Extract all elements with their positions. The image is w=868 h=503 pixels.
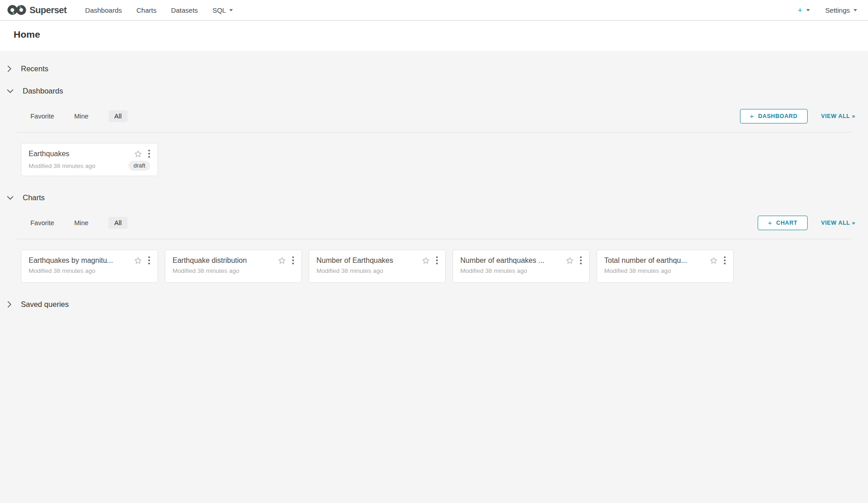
card-title[interactable]: Total number of earthqu... <box>604 256 705 265</box>
charts-tabbar: Favorite Mine All + CHART VIEW ALL » <box>30 216 855 230</box>
chart-card[interactable]: Earthquakes by magnitu... Modified 38 mi… <box>21 250 158 283</box>
chevron-down-icon <box>7 89 14 94</box>
card-modified-text: Modified 38 minutes ago <box>460 267 582 274</box>
saved-queries-section-header[interactable]: Saved queries <box>0 300 868 309</box>
card-title[interactable]: Earthquake distribution <box>173 256 273 265</box>
chevron-right-icon <box>7 65 12 72</box>
new-item-dropdown[interactable]: + <box>798 6 810 15</box>
tab-all[interactable]: All <box>108 217 128 229</box>
card-title[interactable]: Number of earthquakes ... <box>460 256 561 265</box>
kebab-menu-icon[interactable] <box>580 256 582 265</box>
brand-name: Superset <box>30 5 67 15</box>
nav-item-charts[interactable]: Charts <box>129 0 163 20</box>
charts-view-all-link[interactable]: VIEW ALL » <box>821 220 855 226</box>
recents-section-header[interactable]: Recents <box>0 64 868 73</box>
card-title[interactable]: Number of Earthquakes <box>316 256 417 265</box>
favorite-star-icon[interactable] <box>278 256 286 265</box>
page-header: Home <box>0 21 868 51</box>
dashboards-tabbar: Favorite Mine All + DASHBOARD VIEW ALL » <box>30 109 855 123</box>
tab-all[interactable]: All <box>108 110 128 122</box>
superset-logo[interactable]: Superset <box>7 4 67 16</box>
card-title[interactable]: Earthquakes <box>29 150 129 158</box>
section-label: Charts <box>23 193 45 202</box>
plus-icon: + <box>768 219 772 226</box>
caret-down-icon <box>853 9 857 11</box>
tab-favorite[interactable]: Favorite <box>30 217 54 229</box>
section-label: Recents <box>21 64 49 73</box>
card-title[interactable]: Earthquakes by magnitu... <box>29 256 129 265</box>
chart-card[interactable]: Number of earthquakes ... Modified 38 mi… <box>453 250 590 283</box>
plus-icon: + <box>798 6 803 15</box>
nav-item-sql[interactable]: SQL <box>205 0 240 20</box>
top-navbar: Superset Dashboards Charts Datasets SQL … <box>0 0 868 21</box>
chart-card[interactable]: Total number of earthqu... Modified 38 m… <box>597 250 734 283</box>
card-modified-text: Modified 38 minutes ago <box>604 267 726 274</box>
favorite-star-icon[interactable] <box>134 150 142 158</box>
dashboards-view-all-link[interactable]: VIEW ALL » <box>821 113 855 119</box>
divider <box>17 239 851 239</box>
home-content: Recents Dashboards Favorite Mine All + D… <box>0 64 868 327</box>
favorite-star-icon[interactable] <box>422 256 430 265</box>
superset-infinity-icon <box>7 4 27 16</box>
chevron-down-icon <box>7 195 14 200</box>
section-label: Dashboards <box>23 87 63 95</box>
chart-card[interactable]: Earthquake distribution Modified 38 minu… <box>165 250 302 283</box>
kebab-menu-icon[interactable] <box>148 256 150 265</box>
charts-tabs: Favorite Mine All <box>30 217 128 229</box>
dashboards-tabs: Favorite Mine All <box>30 110 128 122</box>
caret-down-icon <box>806 9 810 11</box>
page-title: Home <box>14 29 854 40</box>
plus-icon: + <box>750 113 754 119</box>
nav-item-datasets[interactable]: Datasets <box>164 0 205 20</box>
section-label: Saved queries <box>21 300 69 309</box>
dashboards-section-header[interactable]: Dashboards <box>0 87 868 95</box>
kebab-menu-icon[interactable] <box>292 256 294 265</box>
charts-actions: + CHART VIEW ALL » <box>758 216 855 230</box>
tab-mine[interactable]: Mine <box>74 217 88 229</box>
kebab-menu-icon[interactable] <box>724 256 726 265</box>
nav-item-dashboards[interactable]: Dashboards <box>78 0 129 20</box>
card-modified-text: Modified 38 minutes ago <box>316 267 438 274</box>
dashboards-actions: + DASHBOARD VIEW ALL » <box>740 109 855 123</box>
card-modified-text: Modified 38 minutes ago <box>173 267 294 274</box>
charts-section-header[interactable]: Charts <box>0 193 868 202</box>
main-nav: Dashboards Charts Datasets SQL <box>78 0 240 20</box>
chart-cards: Earthquakes by magnitu... Modified 38 mi… <box>21 250 868 283</box>
kebab-menu-icon[interactable] <box>436 256 438 265</box>
settings-dropdown[interactable]: Settings <box>825 6 857 14</box>
new-chart-button[interactable]: + CHART <box>758 216 807 230</box>
tab-mine[interactable]: Mine <box>74 110 88 122</box>
kebab-menu-icon[interactable] <box>148 149 150 158</box>
favorite-star-icon[interactable] <box>566 256 574 265</box>
dashboard-card-earthquakes[interactable]: Earthquakes Modified 38 minutes ago draf… <box>21 143 158 176</box>
card-modified-text: Modified 38 minutes ago <box>29 163 128 169</box>
dashboard-cards: Earthquakes Modified 38 minutes ago draf… <box>21 143 868 176</box>
favorite-star-icon[interactable] <box>710 256 718 265</box>
navbar-right: + Settings <box>798 6 857 15</box>
card-modified-text: Modified 38 minutes ago <box>29 267 150 274</box>
favorite-star-icon[interactable] <box>134 256 142 265</box>
tab-favorite[interactable]: Favorite <box>30 110 54 122</box>
draft-status-badge: draft <box>128 161 150 171</box>
chevron-right-icon <box>7 301 12 308</box>
chart-card[interactable]: Number of Earthquakes Modified 38 minute… <box>309 250 446 283</box>
divider <box>17 132 851 133</box>
caret-down-icon <box>229 9 233 11</box>
new-dashboard-button[interactable]: + DASHBOARD <box>740 109 808 123</box>
